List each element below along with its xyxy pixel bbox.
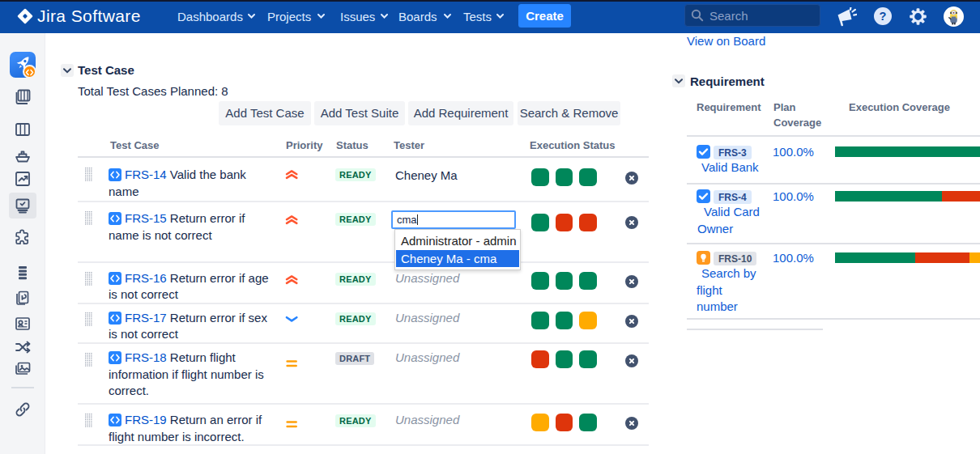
svg-text:?: ? <box>880 10 887 23</box>
